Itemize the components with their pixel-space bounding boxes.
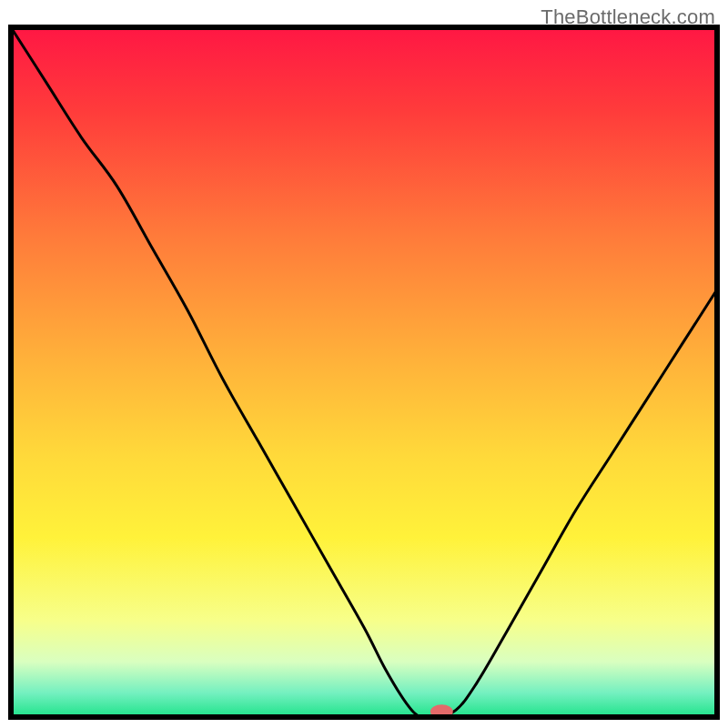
bottleneck-chart — [0, 0, 728, 728]
chart-container: TheBottleneck.com — [0, 0, 728, 728]
gradient-background — [11, 27, 717, 717]
watermark-text: TheBottleneck.com — [541, 5, 715, 29]
